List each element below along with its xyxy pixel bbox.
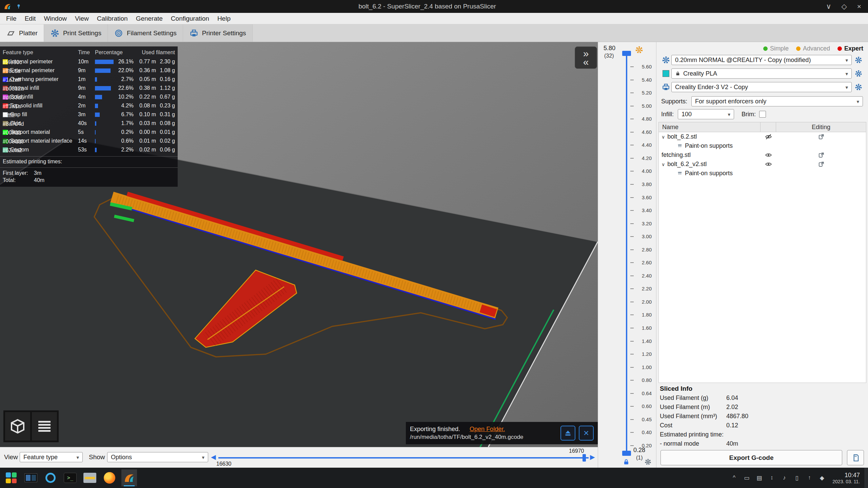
- taskbar-app-launcher-icon[interactable]: [3, 469, 19, 486]
- tray-expand-icon[interactable]: ^: [730, 474, 738, 481]
- eject-button[interactable]: [560, 426, 575, 441]
- layer-tick-label: 5.40: [635, 77, 652, 83]
- clock[interactable]: 10:47 2023. 03. 11.: [826, 472, 865, 484]
- object-row[interactable]: fetching.stl: [659, 150, 866, 160]
- mode-expert[interactable]: Expert: [837, 45, 863, 52]
- move-slider-left-arrow-icon[interactable]: ◀: [211, 453, 216, 461]
- sliced-info-label: Used Filament (m): [660, 404, 726, 411]
- object-list-body[interactable]: ∨bolt_6.2.stlPaint-on supportsfetching.s…: [658, 132, 866, 383]
- tray-updates-icon[interactable]: ↑: [806, 474, 813, 481]
- legend-row[interactable]: #ff1a1aTop solid infill2m4.2%0.08 m0.23 …: [0, 101, 178, 110]
- legend-row[interactable]: #ff8c1aExternal perimeter9m22.0%0.36 m1.…: [0, 66, 178, 75]
- tray-battery-icon[interactable]: ▯: [793, 474, 801, 482]
- menu-view[interactable]: View: [71, 13, 93, 24]
- export-gcode-button[interactable]: Export G-code: [660, 450, 842, 465]
- supports-select[interactable]: For support enforcers only: [691, 96, 863, 106]
- layer-tick-mark: [630, 106, 634, 106]
- view-mode-select[interactable]: Feature type: [20, 452, 83, 462]
- printer-select[interactable]: Creality Ender-3 V2 - Copy: [671, 82, 852, 92]
- taskbar-pager-icon[interactable]: [23, 469, 39, 486]
- tab-filament-settings[interactable]: Filament Settings: [108, 24, 183, 42]
- filament-settings-button[interactable]: [854, 69, 863, 78]
- 3d-view-button[interactable]: [5, 412, 30, 441]
- taskbar-superslicer-icon[interactable]: [121, 469, 137, 486]
- mode-advanced[interactable]: Advanced: [796, 45, 830, 52]
- titlebar[interactable]: bolt_6.2 - SuperSlicer_2.4 based on Prus…: [0, 0, 868, 13]
- taskbar-terminal-icon[interactable]: >_: [62, 469, 78, 486]
- menu-configuration[interactable]: Configuration: [167, 13, 213, 24]
- eye-icon[interactable]: [761, 151, 776, 159]
- move-slider-track[interactable]: [218, 457, 589, 459]
- taskbar-file-manager-icon[interactable]: [82, 469, 98, 486]
- print-profile-select[interactable]: 0.20mm NORMAL @CREALITY - Copy (modified…: [671, 55, 852, 65]
- show-desktop-strip[interactable]: [865, 468, 868, 488]
- lock-icon[interactable]: [623, 458, 630, 466]
- layer-height-edit-gear-icon[interactable]: [635, 45, 644, 54]
- feature-length: 0.08 m: [135, 103, 156, 109]
- expand-caret-icon[interactable]: ∨: [662, 162, 665, 167]
- tab-platter[interactable]: Platter: [0, 24, 44, 42]
- layer-slider-track[interactable]: [626, 52, 627, 455]
- layer-slider-top-handle[interactable]: [622, 51, 631, 56]
- legend-row[interactable]: #f4e80cInternal perimeter10m26.1%0.77 m2…: [0, 57, 178, 66]
- open-folder-link[interactable]: Open Folder.: [470, 426, 505, 433]
- editing-icon[interactable]: [776, 134, 866, 140]
- menu-calibration[interactable]: Calibration: [93, 13, 132, 24]
- close-button[interactable]: ×: [857, 2, 861, 11]
- percentage-bar: [95, 95, 116, 99]
- menu-edit[interactable]: Edit: [21, 13, 40, 24]
- brim-checkbox[interactable]: [759, 111, 766, 118]
- tray-usb-icon[interactable]: ◆: [818, 474, 826, 482]
- tab-printer-settings[interactable]: Printer Settings: [183, 24, 253, 42]
- legend-row[interactable]: #ffffffGap fill3m6.7%0.10 m0.31 g: [0, 110, 178, 119]
- tray-clipboard-icon[interactable]: ▤: [755, 474, 763, 482]
- layers-view-button[interactable]: [32, 412, 57, 441]
- maximize-button[interactable]: ◇: [842, 2, 847, 11]
- move-slider-right-arrow-icon[interactable]: ▶: [590, 453, 595, 461]
- menu-generate[interactable]: Generate: [132, 13, 167, 24]
- printer-settings-button[interactable]: [854, 83, 863, 91]
- eye-icon[interactable]: [761, 161, 776, 168]
- editing-icon[interactable]: [776, 152, 866, 159]
- export-to-sd-button[interactable]: [847, 450, 864, 465]
- menu-file[interactable]: File: [2, 13, 21, 24]
- mode-simple[interactable]: Simple: [763, 45, 789, 52]
- layer-slider-bottom-handle[interactable]: [622, 451, 631, 456]
- legend-row[interactable]: #008000Support material interface14s0.6%…: [0, 137, 178, 145]
- eye-off-icon[interactable]: [761, 133, 776, 140]
- pin-icon[interactable]: [16, 3, 22, 9]
- collapse-sidebar-button[interactable]: » «: [575, 46, 597, 69]
- legend-row[interactable]: #b0312aInternal infill9m22.6%0.38 m1.12 …: [0, 84, 178, 93]
- legend-row[interactable]: #d633d6Solid infill4m10.2%0.22 m0.67 g: [0, 93, 178, 101]
- object-row[interactable]: ∨bolt_6.2.stl: [659, 132, 866, 141]
- taskbar-firefox-icon[interactable]: [102, 469, 117, 486]
- tray-display-icon[interactable]: ▭: [743, 474, 750, 482]
- feature-label: Custom: [10, 147, 78, 153]
- infill-select[interactable]: 100: [678, 109, 734, 119]
- slider-settings-gear-icon[interactable]: [644, 458, 652, 466]
- editing-icon[interactable]: [776, 161, 866, 168]
- expand-caret-icon[interactable]: ∨: [662, 134, 665, 140]
- taskbar-activities-icon[interactable]: [43, 469, 58, 486]
- 3d-viewport[interactable]: Feature type Time Percentage Used filame…: [0, 42, 598, 447]
- object-row[interactable]: Paint-on supports: [659, 169, 866, 178]
- legend-row[interactable]: #62cfa2Custom53s2.2%0.02 m0.06 g: [0, 145, 178, 154]
- filament-select[interactable]: Creality PLA: [671, 68, 852, 79]
- legend-row[interactable]: #00ff00Support material5s0.2%0.00 m0.01 …: [0, 128, 178, 137]
- object-row[interactable]: Paint-on supports: [659, 141, 866, 150]
- legend-row[interactable]: #8a7d4dSkirt40s1.7%0.03 m0.08 g: [0, 119, 178, 128]
- legend-row[interactable]: #1a1affOverhang perimeter1m2.7%0.05 m0.1…: [0, 75, 178, 84]
- menu-help[interactable]: Help: [213, 13, 235, 24]
- minimize-button[interactable]: ∨: [826, 2, 831, 11]
- dismiss-notification-button[interactable]: ×: [579, 426, 594, 441]
- move-slider-handle[interactable]: [583, 454, 586, 462]
- tray-network-icon[interactable]: ↕: [768, 474, 775, 481]
- feature-weight: 1.12 g: [156, 85, 178, 91]
- tab-print-settings[interactable]: Print Settings: [44, 24, 108, 42]
- menu-window[interactable]: Window: [40, 13, 71, 24]
- show-options-select[interactable]: Options: [107, 452, 208, 462]
- tray-volume-icon[interactable]: ♪: [781, 474, 788, 481]
- object-row[interactable]: ∨bolt_6.2_v2.stl: [659, 160, 866, 169]
- print-profile-settings-button[interactable]: [854, 56, 863, 64]
- feature-color-swatch: #f4e80c: [3, 59, 8, 64]
